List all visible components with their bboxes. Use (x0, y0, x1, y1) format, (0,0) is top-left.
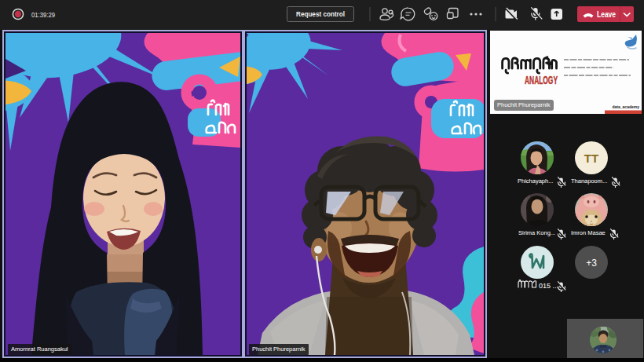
svg-text:TT: TT (584, 152, 598, 165)
svg-text:Request control: Request control (296, 9, 345, 18)
svg-text:+3: +3 (586, 258, 597, 269)
svg-text:Leave: Leave (597, 10, 616, 19)
svg-text:01:39:29: 01:39:29 (31, 10, 55, 19)
svg-text:data_academy: data_academy (613, 104, 640, 109)
svg-text:015 ...: 015 ... (539, 282, 558, 290)
svg-text:ANALOGY: ANALOGY (525, 74, 558, 86)
